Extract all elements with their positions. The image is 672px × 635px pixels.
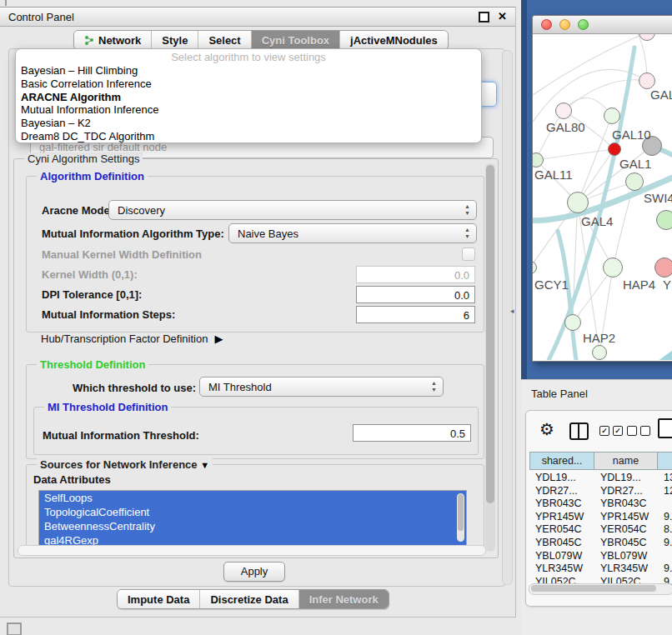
tab-select[interactable]: Select [198, 31, 251, 49]
close-icon[interactable]: ✕ [498, 12, 507, 22]
network-node[interactable] [639, 72, 655, 89]
table-cell: YBR043C [529, 498, 594, 511]
table-row[interactable]: YDR27...YDR27...12 [529, 485, 672, 498]
screen: Control Panel ✕ Network Style [0, 0, 672, 635]
deselect-all-checkboxes-icon[interactable] [627, 426, 650, 436]
table-cell: YBL079W [594, 550, 658, 563]
network-node[interactable] [654, 258, 672, 278]
attribute-list-item[interactable]: SelfLoops [39, 491, 466, 505]
algorithm-option[interactable]: Bayesian – Hill Climbing [16, 64, 481, 78]
float-window-icon[interactable] [479, 12, 489, 22]
network-node[interactable] [604, 108, 620, 124]
table-row[interactable]: YBR043CYBR043C [529, 498, 672, 511]
table-cell: YDL19... [594, 472, 658, 485]
table-cell: 9. [658, 562, 672, 576]
mi-threshold-field[interactable]: 0.5 [353, 424, 471, 442]
table-panel: ⚙ ✓✓ shared... name A YDL19...YDL19...13… [525, 410, 672, 607]
network-node[interactable] [603, 258, 623, 278]
attribute-list-item[interactable]: BetweennessCentrality [39, 519, 466, 533]
algorithm-option[interactable]: ARACNE Algorithm [16, 91, 481, 104]
algorithm-option[interactable]: Mutual Information Inference [16, 103, 481, 117]
network-node[interactable] [625, 172, 644, 191]
table-row[interactable]: YLR345WYLR345W9. [529, 562, 672, 576]
algorithm-option[interactable]: Basic Correlation Inference [16, 78, 481, 91]
table-cell: YLR345W [529, 562, 594, 576]
select-all-checkboxes-icon[interactable]: ✓✓ [599, 426, 623, 436]
zoom-traffic-light-icon[interactable] [578, 19, 589, 30]
column-header-name[interactable]: name [594, 452, 658, 470]
desktop-edge [521, 0, 527, 379]
table-rows: YDL19...YDL19...13YDR27...YDR27...12YBR0… [529, 472, 672, 585]
mi-algorithm-type-combobox[interactable]: Naive Bayes ▲▼ [228, 223, 477, 243]
network-node[interactable] [567, 192, 589, 213]
column-header-shared-name[interactable]: shared... [529, 452, 594, 470]
mi-threshold-label: Mutual Information Threshold: [43, 429, 199, 442]
tab-network[interactable]: Network [74, 31, 152, 49]
network-canvas[interactable]: GALGAL80GAL10GAL1GAL11SWI4GAL4GCY1HAP4YH… [533, 34, 672, 360]
hub-transcription-factor-section[interactable]: Hub/Transcription Factor Definition ▶ [41, 332, 223, 345]
expand-arrow-icon[interactable]: ▶ [214, 332, 223, 345]
manual-kernel-width-checkbox[interactable] [462, 248, 475, 261]
network-node-label: GAL [650, 88, 672, 102]
table-row[interactable]: YER054CYER054C8. [529, 523, 672, 537]
control-panel-titlebar: Control Panel ✕ [0, 7, 515, 27]
table-panel-title: Table Panel [531, 388, 588, 400]
network-node[interactable] [608, 142, 621, 156]
table-row[interactable]: YPR145WYPR145W9. [529, 511, 672, 524]
algorithm-definition-group: Algorithm Definition Aracne Mode: Discov… [26, 176, 484, 332]
algorithm-option[interactable]: Dream8 DC_TDC Algorithm [16, 130, 481, 143]
table-cell: YER054C [529, 523, 594, 537]
mi-steps-field[interactable]: 6 [356, 306, 475, 323]
tab-infer-network[interactable]: Infer Network [299, 590, 389, 608]
attribute-list-item[interactable]: TopologicalCoefficient [39, 505, 466, 519]
tab-style[interactable]: Style [152, 31, 198, 49]
which-threshold-combobox[interactable]: MI Threshold ▲▼ [199, 377, 444, 397]
tab-impute-data[interactable]: Impute Data [118, 590, 200, 608]
network-node[interactable] [564, 314, 581, 331]
table-cell: YDR27... [529, 485, 594, 498]
close-traffic-light-icon[interactable] [541, 19, 552, 30]
table-cell: YER054C [594, 523, 658, 537]
table-cell: 9. [658, 511, 672, 524]
kernel-width-label: Kernel Width (0,1): [42, 268, 138, 281]
new-table-icon[interactable] [658, 418, 672, 438]
table-horizontal-scrollbar[interactable] [529, 583, 672, 595]
data-attributes-label: Data Attributes [33, 473, 111, 486]
network-node-label: GAL11 [534, 168, 573, 182]
network-view-window[interactable]: GALGAL80GAL10GAL1GAL11SWI4GAL4GCY1HAP4YH… [532, 15, 672, 362]
tab-cyni-toolbox[interactable]: Cyni Toolbox [252, 31, 340, 49]
table-header-row: shared... name A [529, 452, 672, 470]
aracne-mode-label: Aracne Mode: [42, 204, 113, 217]
column-header-a[interactable]: A [658, 452, 672, 470]
dpi-tolerance-field[interactable]: 0.0 [356, 286, 475, 303]
table-row[interactable]: YBR045CYBR045C9. [529, 537, 672, 550]
gear-icon[interactable]: ⚙ [539, 419, 554, 439]
settings-horizontal-scrollbar[interactable] [18, 545, 486, 556]
control-panel-title: Control Panel [8, 11, 470, 23]
tab-jactivemnodules[interactable]: jActiveMNodules [340, 31, 448, 49]
data-attributes-list[interactable]: SelfLoopsTopologicalCoefficientBetweenne… [38, 490, 467, 547]
attribute-list-scrollbar[interactable] [457, 493, 464, 542]
minimize-traffic-light-icon[interactable] [559, 19, 570, 30]
algorithm-dropdown-list: Bayesian – Hill ClimbingBasic Correlatio… [16, 64, 481, 143]
aracne-mode-combobox[interactable]: Discovery ▲▼ [108, 200, 477, 220]
network-node-label: GAL80 [546, 120, 585, 134]
columns-icon[interactable] [569, 422, 589, 440]
network-node[interactable] [555, 102, 572, 119]
spinner-arrows-icon: ▲▼ [464, 203, 470, 217]
network-node[interactable] [592, 345, 607, 360]
collapse-arrow-icon[interactable]: ▼ [200, 460, 209, 470]
table-row[interactable]: YDL19...YDL19...13 [529, 472, 672, 485]
table-row[interactable]: YBL079WYBL079W [529, 550, 672, 563]
network-node-label: Y [663, 278, 671, 292]
minimized-window-icon[interactable] [7, 622, 22, 635]
algorithm-option[interactable]: Bayesian – K2 [16, 117, 481, 130]
apply-button[interactable]: Apply [223, 562, 285, 582]
settings-vertical-scrollbar[interactable] [485, 163, 495, 552]
splitter-collapse-icon[interactable]: ◂ [510, 307, 514, 315]
table-cell: 9. [658, 537, 672, 550]
network-node[interactable] [656, 210, 672, 230]
tab-discretize-data[interactable]: Discretize Data [200, 590, 298, 608]
kernel-width-field[interactable]: 0.0 [356, 266, 475, 283]
control-panel-scrollbar[interactable] [502, 50, 513, 585]
